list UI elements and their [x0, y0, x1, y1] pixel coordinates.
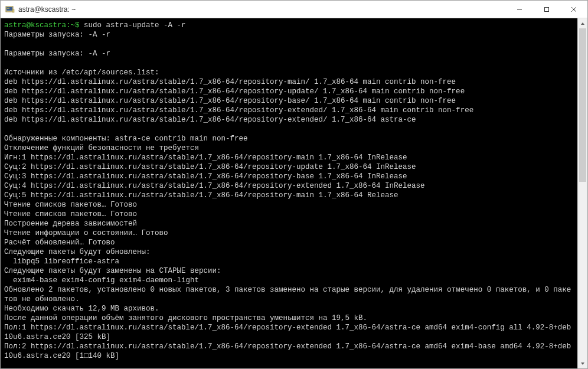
scroll-up-button[interactable] [578, 18, 587, 28]
window-controls [506, 1, 587, 18]
svg-marker-8 [581, 22, 584, 25]
terminal-line: deb https://dl.astralinux.ru/astra/stabl… [4, 78, 456, 86]
terminal-output[interactable]: astra@kscastra:~$ sudo astra-update -A -… [1, 18, 577, 368]
svg-marker-9 [581, 363, 584, 365]
terminal-line: Построение дерева зависимостей [4, 220, 137, 228]
shell-command: sudo astra-update -A -r [84, 21, 186, 30]
terminal-line: Следующие пакеты будут заменены на СТАРЫ… [4, 267, 221, 275]
titlebar: astra@kscastra: ~ [1, 1, 587, 18]
terminal-line: Игн:1 https://dl.astralinux.ru/astra/sta… [4, 154, 407, 162]
terminal-line: Сущ:3 https://dl.astralinux.ru/astra/sta… [4, 172, 407, 181]
terminal-line: После данной операции объём занятого дис… [4, 314, 367, 322]
scrollbar-thumb[interactable] [579, 28, 586, 182]
terminal-line: Чтение информации о состоянии… Готово [4, 229, 168, 237]
terminal-line: Сущ:5 https://dl.astralinux.ru/astra/sta… [4, 191, 398, 200]
terminal-line: Следующие пакеты будут обновлены: [4, 248, 151, 256]
app-window: astra@kscastra: ~ astra@kscastra:~$ sudo… [0, 0, 588, 369]
terminal-line: libpq5 libreoffice-astra [4, 257, 119, 266]
terminal-line: Необходимо скачать 12,9 MB архивов. [4, 305, 159, 313]
svg-rect-2 [12, 9, 14, 12]
terminal-line: Обновлено 2 пакетов, установлено 0 новых… [4, 286, 571, 303]
terminal-line: Чтение списков пакетов… Готово [4, 210, 137, 218]
svg-rect-1 [6, 7, 12, 11]
terminal-line: deb https://dl.astralinux.ru/astra/stabl… [4, 87, 465, 96]
terminal-line: Параметры запуска: -A -r [4, 31, 110, 39]
terminal-line: Пол:1 https://dl.astralinux.ru/astra/sta… [4, 324, 571, 341]
terminal-line: deb https://dl.astralinux.ru/astra/stabl… [4, 116, 416, 124]
svg-rect-5 [545, 7, 549, 11]
terminal-line: exim4-base exim4-config exim4-daemon-lig… [4, 276, 199, 285]
terminal-line: Источники из /etc/apt/sources.list: [4, 68, 159, 77]
shell-prompt: astra@kscastra:~$ [4, 21, 84, 30]
terminal-line: Расчёт обновлений… Готово [4, 239, 115, 247]
terminal-line: Отключение функций безопасности не требу… [4, 144, 199, 152]
terminal-line: Чтение списков пакетов… Готово [4, 201, 137, 209]
terminal-area: astra@kscastra:~$ sudo astra-update -A -… [1, 18, 587, 368]
terminal-line: Обнаруженные компоненты: astra-ce contri… [4, 135, 248, 143]
terminal-line: deb https://dl.astralinux.ru/astra/stabl… [4, 106, 473, 115]
scrollbar[interactable] [577, 18, 587, 368]
terminal-line: Параметры запуска: -A -r [4, 50, 110, 58]
window-title: astra@kscastra: ~ [18, 5, 506, 14]
minimize-button[interactable] [506, 1, 533, 18]
terminal-line: deb https://dl.astralinux.ru/astra/stabl… [4, 97, 456, 105]
terminal-line: Сущ:2 https://dl.astralinux.ru/astra/sta… [4, 163, 416, 171]
scroll-down-button[interactable] [578, 358, 587, 368]
putty-icon [5, 5, 15, 14]
terminal-line: Сущ:4 https://dl.astralinux.ru/astra/sta… [4, 182, 425, 190]
close-button[interactable] [560, 1, 587, 18]
terminal-line: Пол:2 https://dl.astralinux.ru/astra/sta… [4, 342, 571, 360]
maximize-button[interactable] [533, 1, 560, 18]
